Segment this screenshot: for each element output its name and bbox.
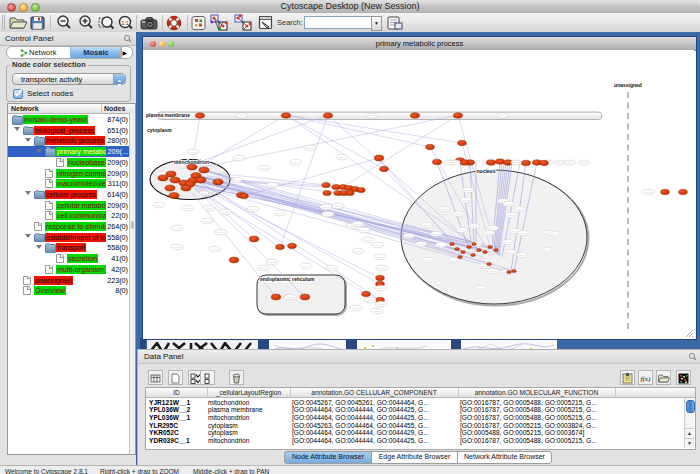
svg-text:xx xxx: xx xxx (481, 245, 488, 247)
svg-text:xxx xx: xxx xx (174, 246, 182, 249)
svg-text:xx xxx: xx xxx (488, 253, 495, 255)
svg-text:xxx xx: xxx xx (490, 227, 498, 230)
svg-text:xxx xx: xxx xx (463, 199, 471, 202)
svg-text:xxx xx: xxx xx (361, 229, 369, 232)
svg-text:xx xxx: xx xxx (471, 250, 478, 252)
svg-text:xxx xx: xxx xx (456, 213, 464, 216)
svg-text:cytoplasm: cytoplasm (147, 127, 172, 133)
svg-text:xxx xx: xxx xx (222, 211, 230, 214)
svg-text:xxx xx: xxx xx (218, 231, 226, 234)
svg-text:xxx xx: xxx xx (369, 114, 377, 117)
svg-text:xxx xx: xxx xx (459, 229, 467, 232)
svg-text:xxx xx: xxx xx (323, 206, 331, 209)
svg-text:nucleus: nucleus (477, 168, 496, 174)
svg-text:xxx xx: xxx xx (645, 191, 653, 194)
svg-text:xxx xx: xxx xx (505, 241, 513, 244)
svg-text:xxx xx: xxx xx (355, 250, 363, 253)
svg-text:xxx xx: xxx xx (261, 267, 269, 270)
svg-text:xxx xx: xxx xx (441, 208, 449, 211)
svg-text:xxx xx: xxx xx (307, 147, 315, 150)
svg-text:xxx xx: xxx xx (478, 287, 486, 290)
svg-text:xxx xx: xxx xx (418, 243, 426, 246)
svg-text:xxx xx: xxx xx (325, 213, 333, 216)
svg-text:xxx xx: xxx xx (365, 239, 373, 242)
svg-text:xxx xx: xxx xx (329, 267, 337, 270)
svg-text:xxx xx: xxx xx (269, 184, 277, 187)
svg-text:xxx xx: xxx xx (581, 161, 589, 164)
svg-text:xxx xx: xxx xx (506, 203, 514, 206)
svg-text:xxx xx: xxx xx (520, 232, 528, 235)
svg-text:xx xxx: xx xxx (465, 240, 472, 242)
svg-text:xxx xx: xxx xx (406, 235, 414, 238)
svg-text:xxx xx: xxx xx (451, 259, 459, 262)
svg-text:xxx xx: xxx xx (379, 267, 387, 270)
svg-text:xxx xx: xxx xx (156, 204, 164, 207)
svg-text:xx xxx: xx xxx (503, 267, 510, 269)
svg-text:xxx xx: xxx xx (557, 161, 565, 164)
svg-text:xxx xx: xxx xx (375, 244, 383, 247)
svg-text:plasma membrane: plasma membrane (146, 112, 190, 118)
svg-text:xxx xx: xxx xx (339, 156, 347, 159)
svg-text:xxx xx: xxx xx (355, 223, 363, 226)
svg-text:xxx xx: xxx xx (378, 303, 386, 306)
svg-text:xxx xx: xxx xx (184, 207, 192, 210)
svg-text:xxx xx: xxx xx (490, 270, 498, 273)
svg-text:xxx xx: xxx xx (206, 207, 214, 210)
svg-text:xxx xx: xxx xx (517, 208, 525, 211)
svg-text:xxx xx: xxx xx (236, 157, 244, 160)
svg-text:endoplasmic reticulum: endoplasmic reticulum (260, 276, 315, 282)
svg-text:xxx xx: xxx xx (544, 249, 552, 252)
svg-text:xx xxx: xx xxx (495, 245, 502, 247)
svg-text:xxx xx: xxx xx (212, 248, 220, 251)
svg-text:xxx xx: xxx xx (438, 244, 446, 247)
svg-text:xxx xx: xxx xx (519, 254, 527, 257)
svg-text:xxx xx: xxx xx (424, 224, 432, 227)
svg-text:xxx xx: xxx xx (277, 212, 285, 215)
svg-text:xxx xx: xxx xx (287, 296, 295, 299)
svg-text:xxx xx: xxx xx (499, 114, 507, 117)
svg-text:1:1: 1:1 (122, 20, 129, 26)
svg-text:xxx xx: xxx xx (261, 167, 269, 170)
svg-text:xxx xx: xxx xx (425, 259, 433, 262)
svg-text:xxx xx: xxx xx (378, 287, 386, 290)
svg-text:mitochondrion: mitochondrion (174, 159, 209, 165)
svg-text:xxx xx: xxx xx (513, 161, 521, 164)
svg-text:xxx xx: xxx xx (239, 114, 247, 117)
svg-text:xxx xx: xxx xx (508, 214, 516, 217)
svg-text:xxx xx: xxx xx (465, 189, 473, 192)
svg-text:xxx xx: xxx xx (179, 165, 187, 168)
svg-text:xxx xx: xxx xx (471, 225, 479, 228)
svg-text:xxx xx: xxx xx (567, 161, 575, 164)
svg-text:xx xxx: xx xxx (458, 252, 465, 254)
svg-text:xxx xx: xxx xx (174, 227, 182, 230)
svg-text:xxx xx: xxx xx (303, 265, 311, 268)
svg-text:f(x): f(x) (641, 375, 651, 383)
svg-text:xxx xx: xxx xx (367, 299, 375, 302)
svg-text:xxx xx: xxx xx (374, 310, 382, 313)
svg-text:xxx xx: xxx xx (269, 261, 277, 264)
svg-text:xxx xx: xxx xx (552, 233, 560, 236)
svg-text:xxx xx: xxx xx (234, 179, 242, 182)
svg-text:xxx xx: xxx xx (190, 151, 198, 154)
svg-text:xxx xx: xxx xx (293, 161, 301, 164)
svg-text:xxx xx: xxx xx (377, 256, 385, 259)
svg-text:xx xxx: xx xxx (479, 257, 486, 259)
svg-text:xxx xx: xxx xx (353, 307, 361, 310)
svg-text:xxx xx: xxx xx (508, 251, 516, 254)
svg-text:xxx xx: xxx xx (335, 205, 343, 208)
svg-text:xxx xx: xxx xx (452, 161, 460, 164)
svg-text:xxx xx: xxx xx (201, 192, 209, 195)
svg-text:xxx xx: xxx xx (204, 220, 212, 223)
svg-text:xxx xx: xxx xx (250, 208, 258, 211)
svg-text:xxx xx: xxx xx (433, 233, 441, 236)
svg-text:xxx xx: xxx xx (486, 232, 494, 235)
svg-text:unassigned: unassigned (614, 82, 642, 88)
